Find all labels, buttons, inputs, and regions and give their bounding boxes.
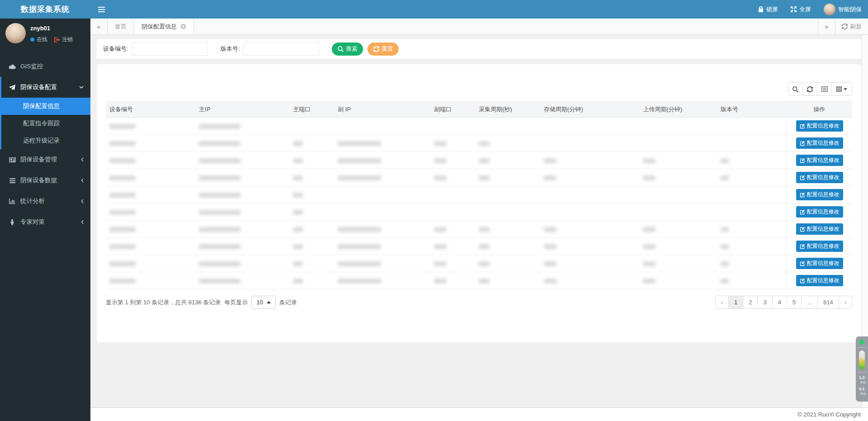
table-cell (639, 221, 717, 238)
logout-label: 注销 (62, 36, 73, 43)
sidebar-group-device-data: 阴保设备数据 (0, 170, 90, 191)
table-cell (717, 238, 787, 255)
reset-button-label: 重置 (382, 45, 393, 53)
logout-icon (54, 37, 60, 43)
version-input[interactable] (243, 42, 319, 56)
sidebar-item-label: 统计分析 (20, 197, 45, 205)
sidebar-item-device-manage[interactable]: 阴保设备管理 (0, 149, 90, 170)
lock-screen-button[interactable]: 锁屏 (752, 0, 784, 19)
redacted-value (643, 244, 656, 249)
table-cell (106, 135, 195, 152)
prev-page-button[interactable]: ‹ (715, 296, 729, 309)
sidebar-subitem-config-info[interactable]: 阴保配置信息 (1, 98, 90, 115)
edit-icon (800, 209, 805, 215)
redacted-value (293, 193, 303, 198)
online-status-label: 在线 (37, 36, 47, 43)
edit-config-button[interactable]: 配置信息修改 (796, 275, 843, 286)
reset-button[interactable]: 重置 (368, 43, 399, 56)
sidebar-item-device-config[interactable]: 阴保设备配置 (1, 77, 90, 98)
double-left-icon: « (97, 23, 100, 30)
chevron-left-icon (81, 157, 84, 162)
page-size-select[interactable]: 10 (251, 296, 275, 309)
main-area: « 首页阴保配置信息 » 刷新 设备编号: 版本号: 搜索 重置 (90, 19, 868, 342)
refresh-table-button[interactable] (802, 82, 817, 96)
sidebar-group-expert-strategy: 专家对策 (0, 212, 90, 232)
edit-config-button[interactable]: 配置信息修改 (796, 189, 843, 200)
sidebar-item-expert-strategy[interactable]: 专家对策 (0, 212, 90, 232)
table-cell (430, 169, 475, 186)
scroll-tabs-left-button[interactable]: « (90, 19, 108, 34)
edit-icon (800, 175, 805, 180)
edit-config-button[interactable]: 配置信息修改 (796, 206, 843, 218)
redacted-value (479, 227, 490, 232)
page-button-4[interactable]: 4 (772, 296, 787, 309)
edit-config-button[interactable]: 配置信息修改 (796, 223, 843, 235)
redacted-value (338, 158, 381, 163)
table-cell (195, 118, 289, 135)
edit-config-label: 配置信息修改 (807, 139, 840, 147)
upload-arrow-icon: ↑ (858, 380, 860, 385)
edit-icon (800, 278, 805, 284)
advanced-search-button[interactable] (788, 82, 803, 96)
table-cell (717, 221, 787, 238)
redacted-value (199, 175, 241, 180)
pagination-info: 显示第 1 到第 10 条记录，总共 8136 条记录 (106, 298, 221, 307)
sidebar-item-stats-analysis[interactable]: 统计分析 (0, 191, 90, 212)
table-cell (540, 255, 640, 272)
sidebar-subitem-upgrade-log[interactable]: 远程升级记录 (1, 132, 90, 149)
logout-button[interactable]: 注销 (54, 36, 73, 43)
edit-config-button[interactable]: 配置信息修改 (796, 155, 843, 166)
next-page-button[interactable]: › (839, 296, 852, 309)
edit-config-label: 配置信息修改 (807, 122, 840, 130)
redacted-value (109, 158, 136, 163)
toggle-view-button[interactable] (817, 82, 832, 96)
edit-icon (800, 123, 805, 129)
device-number-input[interactable] (132, 42, 208, 56)
sidebar-subitem-command-trace[interactable]: 配置指令跟踪 (1, 115, 90, 132)
table-cell (475, 272, 540, 289)
redacted-value (338, 227, 381, 232)
table-cell (289, 152, 334, 169)
search-button[interactable]: 搜索 (332, 43, 363, 56)
edit-config-button[interactable]: 配置信息修改 (796, 120, 843, 132)
edit-config-label: 配置信息修改 (807, 242, 840, 250)
page-button-2[interactable]: 2 (743, 296, 758, 309)
table-footer: 显示第 1 到第 10 条记录，总共 8136 条记录 每页显示 10 条记录 … (106, 296, 852, 309)
edit-icon (800, 141, 805, 146)
page-button-814[interactable]: 814 (817, 296, 839, 309)
redacted-value (109, 193, 136, 198)
network-speed-widget[interactable]: 1.0 ↑ K/s 0.1 ↓ K/s (856, 336, 868, 402)
redacted-value (721, 175, 729, 180)
close-tab-icon[interactable] (180, 24, 186, 29)
table-cell (289, 135, 334, 152)
table-cell (289, 118, 334, 135)
redacted-value (199, 210, 241, 215)
refresh-tab-button[interactable]: 刷新 (835, 19, 868, 34)
sidebar-item-label: GIS监控 (20, 62, 43, 71)
edit-config-button[interactable]: 配置信息修改 (796, 172, 843, 183)
tab-home[interactable]: 首页 (108, 19, 134, 34)
columns-button[interactable] (831, 82, 852, 96)
sidebar-item-gis-monitor[interactable]: GIS监控 (0, 56, 90, 77)
sidebar-item-device-data[interactable]: 阴保设备数据 (0, 170, 90, 191)
page-button-5[interactable]: 5 (787, 296, 802, 309)
tab-label: 阴保配置信息 (142, 23, 177, 31)
sidebar-toggle-button[interactable] (90, 0, 112, 19)
table-cell (639, 238, 717, 255)
fullscreen-button[interactable]: 全屏 (784, 0, 817, 19)
table-cell (334, 135, 430, 152)
redacted-value (544, 261, 557, 266)
page-button-1[interactable]: 1 (728, 296, 743, 309)
tab-config-info[interactable]: 阴保配置信息 (134, 19, 194, 34)
edit-config-button[interactable]: 配置信息修改 (796, 137, 843, 149)
redacted-value (199, 261, 241, 266)
edit-config-button[interactable]: 配置信息修改 (796, 258, 843, 269)
edit-config-button[interactable]: 配置信息修改 (796, 241, 843, 252)
redacted-value (721, 279, 729, 284)
page-button-3[interactable]: 3 (757, 296, 772, 309)
scroll-tabs-right-button[interactable]: » (818, 19, 835, 34)
table-toolbar (106, 82, 852, 96)
online-dot (30, 38, 34, 42)
account-menu[interactable]: 智能阴保 (817, 0, 868, 19)
user-avatar (5, 23, 26, 43)
